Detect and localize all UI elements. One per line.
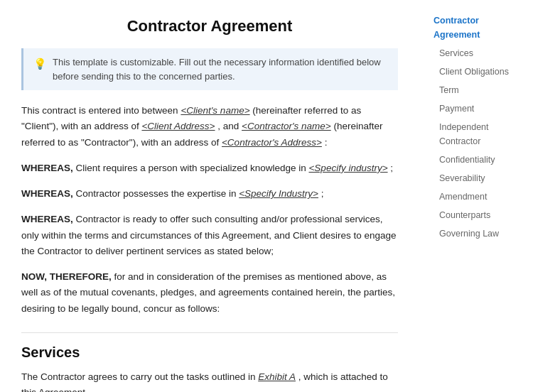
sidebar-link-severability[interactable]: Severability <box>428 169 524 187</box>
info-box: 💡 This template is customizable. Fill ou… <box>21 48 398 90</box>
sidebar-link-amendment[interactable]: Amendment <box>428 187 524 206</box>
sidebar-link-services[interactable]: Services <box>428 44 524 62</box>
semicolon1: ; <box>390 163 393 173</box>
sidebar-link-contractor-agreement[interactable]: Contractor Agreement <box>428 11 524 44</box>
whereas2-bold: WHEREAS, <box>21 188 73 199</box>
whereas3-paragraph: WHEREAS, Contractor is ready to offer su… <box>21 212 398 259</box>
sidebar: Contractor AgreementServicesClient Oblig… <box>419 0 533 392</box>
services-text-before: The Contractor agrees to carry out the t… <box>21 371 255 382</box>
whereas3-bold: WHEREAS, <box>21 214 73 224</box>
page-title: Contractor Agreement <box>21 17 398 36</box>
contractor-address-link[interactable]: <Contractor's Address> <box>222 137 322 148</box>
colon-text: : <box>325 137 328 148</box>
contractor-name-link[interactable]: <Contractor's name> <box>242 121 331 131</box>
specify-industry1-link[interactable]: <Specify industry> <box>308 163 387 173</box>
sidebar-link-client-obligations[interactable]: Client Obligations <box>428 62 524 81</box>
sidebar-link-counterparts[interactable]: Counterparts <box>428 206 524 224</box>
now-therefore-paragraph: NOW, THEREFORE, for and in consideration… <box>21 269 398 317</box>
services-heading: Services <box>21 344 398 361</box>
page-layout: Contractor Agreement 💡 This template is … <box>0 0 533 392</box>
sidebar-link-term[interactable]: Term <box>428 81 524 99</box>
sidebar-nav: Contractor AgreementServicesClient Oblig… <box>428 11 524 243</box>
section-divider <box>21 332 398 333</box>
now-therefore-bold: NOW, THEREFORE, <box>21 271 112 282</box>
whereas1-text: Client requires a person with specialize… <box>76 163 306 173</box>
specify-industry2-link[interactable]: <Specify Industry> <box>239 188 318 199</box>
whereas3-text: Contractor is ready to offer such consul… <box>21 214 397 256</box>
services-paragraph: The Contractor agrees to carry out the t… <box>21 369 398 392</box>
semicolon2: ; <box>321 188 324 199</box>
sidebar-link-confidentiality[interactable]: Confidentiality <box>428 151 524 169</box>
client-address-link[interactable]: <Client Address> <box>141 121 215 131</box>
exhibit-a-link[interactable]: Exhibit A <box>258 371 296 382</box>
main-content: Contractor Agreement 💡 This template is … <box>0 0 419 392</box>
whereas1-paragraph: WHEREAS, Client requires a person with s… <box>21 160 398 176</box>
client-name-link[interactable]: <Client's name> <box>181 105 249 116</box>
whereas2-text: Contractor possesses the expertise in <box>76 188 237 199</box>
and-text: , and <box>217 121 239 131</box>
sidebar-link-independent-contractor[interactable]: Independent Contractor <box>428 118 524 151</box>
intro-text: This contract is entered into between <box>21 105 178 116</box>
whereas1-bold: WHEREAS, <box>21 163 73 173</box>
intro-paragraph: This contract is entered into between <C… <box>21 103 398 151</box>
sidebar-link-governing-law[interactable]: Governing Law <box>428 224 524 243</box>
whereas2-paragraph: WHEREAS, Contractor possesses the expert… <box>21 186 398 202</box>
sidebar-link-payment[interactable]: Payment <box>428 99 524 118</box>
lightbulb-icon: 💡 <box>33 56 47 72</box>
info-box-text: This template is customizable. Fill out … <box>53 55 388 83</box>
